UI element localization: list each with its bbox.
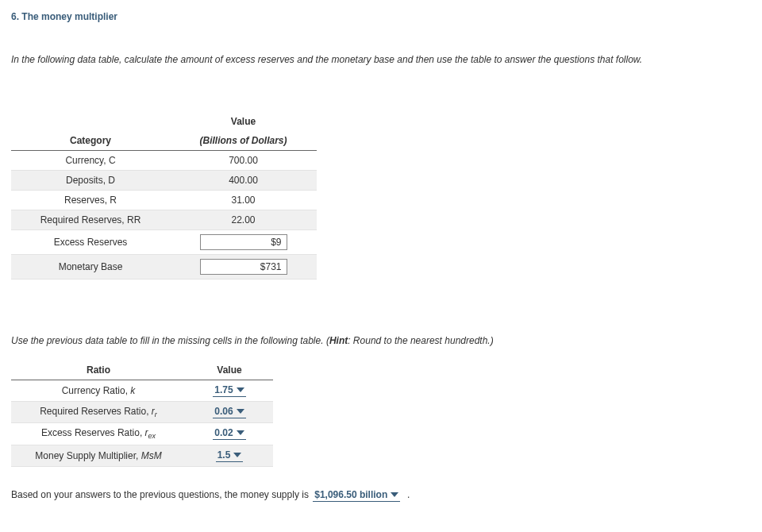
chevron-down-icon: [237, 409, 244, 414]
data-table-2: Ratio Value Currency Ratio, k 1.75 Requi…: [11, 360, 273, 467]
table-row: Reserves, R 31.00: [11, 190, 317, 210]
row-label: Reserves, R: [11, 190, 170, 210]
row-value: 22.00: [170, 210, 317, 229]
value-header: Value: [170, 112, 317, 131]
row-value: 700.00: [170, 150, 317, 170]
row-label: Required Reserves, RR: [11, 210, 170, 229]
table-row: Required Reserves Ratio, rr 0.06: [11, 401, 273, 422]
instructions-1: In the following data table, calculate t…: [11, 51, 751, 69]
row-value: 31.00: [170, 190, 317, 210]
row-label: Excess Reserves Ratio, rex: [11, 423, 186, 445]
required-reserves-ratio-dropdown[interactable]: 0.06: [213, 406, 245, 418]
ratio-header: Ratio: [11, 360, 186, 380]
instructions-2: Use the previous data table to fill in t…: [11, 335, 751, 346]
row-label: Excess Reserves: [11, 229, 170, 254]
table-row: Money Supply Multiplier, MsM 1.5: [11, 445, 273, 466]
excess-reserves-input[interactable]: $9: [200, 234, 287, 250]
money-supply-multiplier-dropdown[interactable]: 1.5: [216, 449, 244, 462]
table-row: Monetary Base $731: [11, 254, 317, 279]
table-row: Currency, C 700.00: [11, 150, 317, 170]
data-table-1: Value Category (Billions of Dollars) Cur…: [11, 112, 317, 279]
row-label: Deposits, D: [11, 170, 170, 190]
row-value: 400.00: [170, 170, 317, 190]
question-title: 6. The money multiplier: [11, 11, 751, 22]
chevron-down-icon: [237, 430, 244, 435]
money-supply-dropdown[interactable]: $1,096.50 billion: [313, 489, 400, 502]
value-header: Value: [186, 360, 273, 380]
row-label: Currency, C: [11, 150, 170, 170]
table-row: Required Reserves, RR 22.00: [11, 210, 317, 229]
table-row: Excess Reserves Ratio, rex 0.02: [11, 423, 273, 445]
table-row: Deposits, D 400.00: [11, 170, 317, 190]
excess-reserves-ratio-dropdown[interactable]: 0.02: [213, 427, 245, 440]
monetary-base-input[interactable]: $731: [200, 259, 287, 275]
table-row: Currency Ratio, k 1.75: [11, 380, 273, 401]
value-subheader: (Billions of Dollars): [170, 131, 317, 151]
chevron-down-icon: [237, 387, 244, 392]
row-label: Monetary Base: [11, 254, 170, 279]
table-row: Excess Reserves $9: [11, 229, 317, 254]
chevron-down-icon: [391, 492, 398, 497]
chevron-down-icon: [233, 453, 241, 457]
final-sentence: Based on your answers to the previous qu…: [11, 489, 751, 502]
row-label: Currency Ratio, k: [11, 380, 186, 401]
row-label: Money Supply Multiplier, MsM: [11, 445, 186, 466]
currency-ratio-dropdown[interactable]: 1.75: [213, 384, 245, 397]
category-header: Category: [11, 131, 170, 151]
row-label: Required Reserves Ratio, rr: [11, 401, 186, 422]
